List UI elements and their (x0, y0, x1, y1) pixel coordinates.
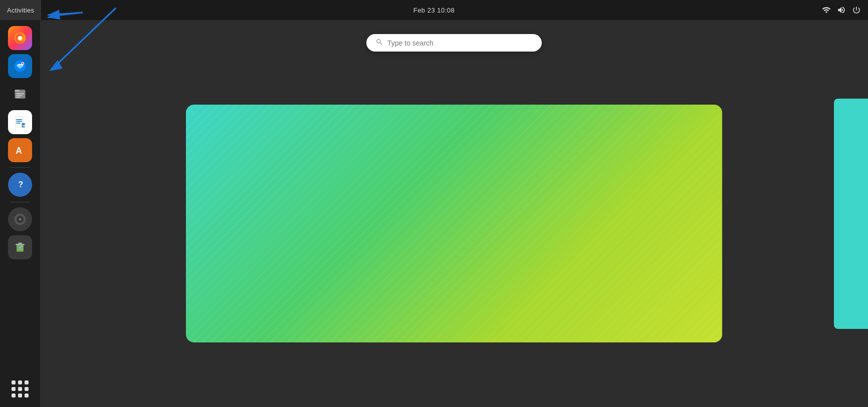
svg-rect-23 (19, 242, 22, 244)
network-tray-icon[interactable] (821, 5, 832, 16)
svg-text:W: W (23, 124, 26, 127)
activities-button[interactable]: Activities (0, 0, 41, 20)
wallpaper-preview (186, 105, 722, 342)
system-tray (821, 5, 868, 16)
sidebar-item-thunderbird[interactable] (8, 54, 32, 78)
volume-tray-icon[interactable] (836, 5, 847, 16)
clock-display: Feb 23 10:08 (413, 7, 455, 14)
svg-text:?: ? (19, 180, 24, 189)
svg-rect-9 (16, 97, 21, 98)
sidebar-item-writer[interactable]: W (8, 110, 32, 134)
sidebar-item-trash[interactable]: ♻ (8, 235, 32, 259)
search-input[interactable] (387, 39, 533, 47)
svg-rect-7 (16, 93, 24, 94)
topbar: Activities Feb 23 10:08 (0, 0, 868, 20)
search-icon (375, 38, 383, 48)
svg-point-20 (20, 219, 21, 220)
svg-rect-6 (15, 90, 20, 92)
sidebar-item-files[interactable] (8, 82, 32, 106)
sidebar: W A ? ♻ (0, 20, 40, 407)
svg-point-4 (22, 63, 24, 64)
sidebar-item-firefox[interactable] (8, 26, 32, 50)
search-bar (366, 34, 542, 52)
side-panel-teal (834, 99, 868, 329)
sidebar-item-show-applications[interactable] (8, 377, 32, 401)
main-content (40, 20, 868, 407)
sidebar-item-appstore[interactable]: A (8, 138, 32, 162)
sidebar-separator-1 (10, 167, 30, 168)
svg-text:♻: ♻ (17, 245, 22, 251)
svg-text:A: A (16, 146, 22, 156)
sidebar-separator-2 (10, 202, 30, 202)
svg-point-1 (18, 36, 23, 41)
sidebar-item-help[interactable]: ? (8, 173, 32, 197)
search-container (366, 34, 542, 52)
svg-rect-8 (16, 95, 22, 96)
grid-dots-icon (12, 380, 29, 397)
sidebar-item-discs[interactable] (8, 207, 32, 231)
power-tray-icon[interactable] (851, 5, 862, 16)
